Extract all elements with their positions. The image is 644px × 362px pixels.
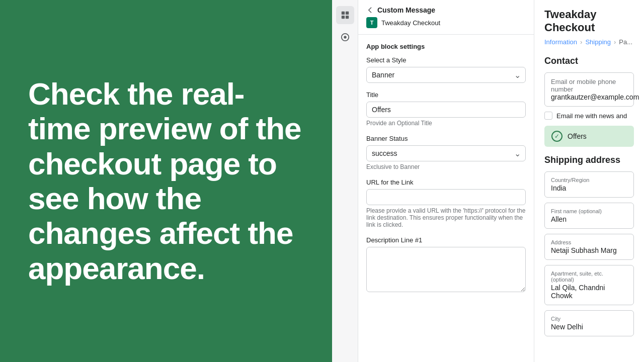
breadcrumb-information[interactable]: Information bbox=[544, 38, 577, 46]
contact-placeholder: Email or mobile phone number grantkautze… bbox=[551, 78, 627, 101]
title-group: Title Provide an Optional Title bbox=[366, 91, 526, 127]
contact-field: Email or mobile phone number grantkautze… bbox=[544, 72, 634, 107]
contact-value: grantkautzer@example.com bbox=[551, 93, 639, 101]
svg-rect-2 bbox=[341, 16, 344, 19]
hero-text: Check the real-time preview of the check… bbox=[28, 76, 304, 286]
preview-panel: Tweakday Checkout Information › Shipping… bbox=[534, 0, 644, 362]
settings-header: Custom Message T Tweakday Checkout bbox=[358, 0, 534, 35]
back-label: Custom Message bbox=[377, 6, 435, 14]
preview-title: Tweakday Checkout bbox=[544, 8, 634, 34]
breadcrumb-sep-1: › bbox=[580, 38, 582, 46]
offers-check-icon: ✓ bbox=[551, 131, 562, 142]
firstname-value: Allen bbox=[551, 215, 627, 223]
hero-panel: Check the real-time preview of the check… bbox=[0, 0, 332, 362]
contact-heading: Contact bbox=[544, 56, 634, 66]
style-label: Select a Style bbox=[366, 56, 526, 64]
title-input[interactable] bbox=[366, 102, 526, 118]
svg-rect-1 bbox=[345, 12, 348, 15]
breadcrumb-shipping[interactable]: Shipping bbox=[585, 38, 611, 46]
banner-status-group: Banner Status success warning error info… bbox=[366, 135, 526, 170]
banner-status-hint: Exclusive to Banner bbox=[366, 163, 526, 170]
shipping-heading: Shipping address bbox=[544, 155, 634, 165]
contact-placeholder-text: Email or mobile phone number bbox=[551, 78, 616, 93]
banner-status-label: Banner Status bbox=[366, 135, 526, 142]
title-hint: Provide an Optional Title bbox=[366, 120, 526, 127]
address-value: Netaji Subhash Marg bbox=[551, 246, 627, 254]
desc-textarea[interactable] bbox=[366, 247, 526, 292]
newsletter-row: Email me with news and bbox=[544, 112, 634, 120]
style-select[interactable]: Banner Popup Inline bbox=[366, 67, 526, 83]
address-label: Address bbox=[551, 239, 627, 245]
apt-value: Lal Qila, Chandni Chowk bbox=[551, 284, 627, 300]
sidebar bbox=[332, 0, 358, 362]
breadcrumb-sep-2: › bbox=[614, 38, 616, 46]
url-group: URL for the Link Please provide a valid … bbox=[366, 178, 526, 228]
app-name: Tweakday Checkout bbox=[381, 19, 440, 27]
breadcrumb: Information › Shipping › Pa... bbox=[544, 38, 634, 46]
offers-text: Offers bbox=[568, 132, 587, 140]
banner-status-select-wrapper: success warning error info ⌄ bbox=[366, 145, 526, 161]
desc-group: Description Line #1 bbox=[366, 236, 526, 294]
title-label: Title bbox=[366, 91, 526, 99]
newsletter-label: Email me with news and bbox=[556, 112, 627, 120]
breadcrumb-payment: Pa... bbox=[619, 38, 632, 46]
back-button[interactable]: Custom Message bbox=[366, 6, 526, 14]
city-field: City New Delhi bbox=[544, 310, 634, 336]
address-field: Address Netaji Subhash Marg bbox=[544, 234, 634, 260]
apt-label: Apartment, suite, etc. (optional) bbox=[551, 270, 627, 283]
back-icon bbox=[366, 6, 374, 14]
banner-status-select[interactable]: success warning error info bbox=[366, 145, 526, 161]
offers-banner: ✓ Offers bbox=[544, 126, 634, 147]
app-row: T Tweakday Checkout bbox=[366, 17, 526, 28]
settings-body: App block settings Select a Style Banner… bbox=[358, 35, 534, 362]
svg-rect-0 bbox=[341, 12, 344, 15]
url-label: URL for the Link bbox=[366, 178, 526, 186]
svg-rect-3 bbox=[345, 16, 348, 19]
city-value: New Delhi bbox=[551, 323, 627, 331]
apt-field: Apartment, suite, etc. (optional) Lal Qi… bbox=[544, 265, 634, 305]
app-icon: T bbox=[366, 17, 377, 28]
layout-icon[interactable] bbox=[336, 6, 354, 24]
style-group: Select a Style Banner Popup Inline ⌄ bbox=[366, 56, 526, 83]
style-select-wrapper: Banner Popup Inline ⌄ bbox=[366, 67, 526, 83]
country-label: Country/Region bbox=[551, 177, 627, 183]
firstname-field: First name (optional) Allen bbox=[544, 203, 634, 229]
country-value: India bbox=[551, 184, 627, 192]
gear-icon[interactable] bbox=[336, 28, 354, 46]
country-field: Country/Region India bbox=[544, 171, 634, 198]
firstname-label: First name (optional) bbox=[551, 208, 627, 214]
url-hint: Please provide a valid URL with the 'htt… bbox=[366, 207, 526, 228]
section-heading: App block settings bbox=[366, 43, 526, 50]
newsletter-checkbox[interactable] bbox=[544, 112, 552, 120]
settings-panel: Custom Message T Tweakday Checkout App b… bbox=[358, 0, 534, 362]
city-label: City bbox=[551, 316, 627, 322]
desc-label: Description Line #1 bbox=[366, 236, 526, 244]
url-input[interactable] bbox=[366, 189, 526, 205]
